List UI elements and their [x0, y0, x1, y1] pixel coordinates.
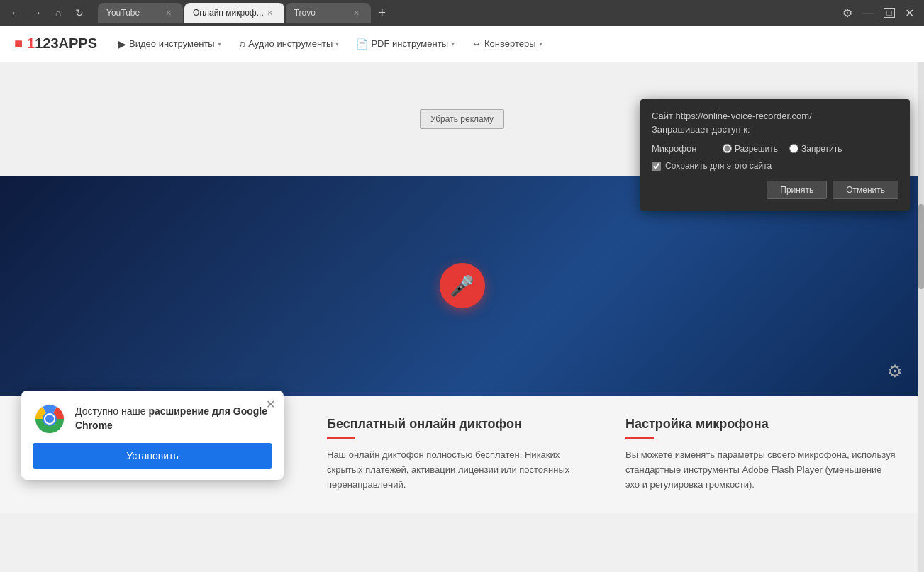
main-content: Убрать рекламу 🎤 ⚙ ...й изалаписываць го… — [0, 62, 924, 572]
save-checkbox[interactable] — [652, 162, 661, 171]
save-row: Сохранить для этого сайта — [652, 161, 898, 171]
deny-radio[interactable] — [789, 144, 798, 153]
scrollbar-thumb[interactable] — [918, 204, 924, 289]
deny-radio-label[interactable]: Запретить — [789, 144, 842, 154]
extension-popup: ✕ — [21, 391, 284, 480]
pdf-icon: 📄 — [356, 38, 368, 50]
menu-video[interactable]: ▶ Видео инструменты ▾ — [111, 34, 228, 54]
radio-group: Разрешить Запретить — [723, 144, 842, 154]
extension-close-button[interactable]: ✕ — [266, 398, 275, 411]
dictaphone-title: Бесплатный онлайн диктофон — [327, 417, 597, 432]
tab-youtube-label: YouTube — [106, 8, 140, 18]
tab-trovo-close[interactable]: ✕ — [350, 7, 362, 19]
cancel-button[interactable]: Отменить — [833, 181, 898, 199]
mic-settings-title: Настройка микрофона — [625, 417, 896, 432]
permission-popup: Сайт https://online-voice-recorder.com/ … — [640, 99, 910, 211]
tab-recorder-close[interactable]: ✕ — [264, 7, 276, 19]
install-button[interactable]: Установить — [33, 443, 272, 469]
chevron-down-icon2: ▾ — [335, 40, 339, 47]
menu-pdf[interactable]: 📄 PDF инструменты ▾ — [349, 34, 462, 54]
settings-gear-icon[interactable]: ⚙ — [887, 361, 903, 381]
chevron-down-icon: ▾ — [218, 40, 221, 47]
logo-text: 1123APPS — [27, 35, 97, 52]
minimize-button[interactable]: — — [858, 6, 878, 19]
extension-title: Доступно наше расширение для Google Chro… — [75, 405, 272, 432]
site-header: ■ 1123APPS ▶ Видео инструменты ▾ ♫ Аудио… — [0, 26, 924, 62]
video-icon: ▶ — [118, 38, 126, 50]
nav-menu: ▶ Видео инструменты ▾ ♫ Аудио инструмент… — [111, 34, 549, 54]
refresh-button[interactable]: ↻ — [69, 3, 89, 23]
title-underline2 — [625, 437, 654, 439]
settings-icon[interactable]: ⚙ — [842, 6, 852, 20]
extension-header: Доступно наше расширение для Google Chro… — [33, 402, 272, 436]
tab-trovo-label: Trovo — [294, 8, 316, 18]
nav-buttons: ← → ⌂ ↻ — [6, 3, 89, 23]
permission-label: Микрофон — [652, 143, 708, 154]
logo-icon: ■ — [14, 35, 23, 52]
microphone-icon: 🎤 — [450, 274, 474, 298]
bottom-col-right: Настройка микрофона Вы можете изменять п… — [625, 417, 896, 492]
permission-site-url: Сайт https://online-voice-recorder.com/ — [652, 111, 898, 121]
title-underline — [327, 437, 355, 439]
menu-audio[interactable]: ♫ Аудио инструменты ▾ — [231, 34, 347, 54]
popup-buttons: Принять Отменить — [652, 181, 898, 199]
scrollbar[interactable] — [918, 62, 924, 572]
tab-trovo[interactable]: Trovo ✕ — [286, 3, 371, 23]
permission-row: Микрофон Разрешить Запретить — [652, 143, 898, 154]
save-label: Сохранить для этого сайта — [665, 161, 772, 171]
maximize-button[interactable]: □ — [884, 8, 895, 18]
chevron-down-icon3: ▾ — [451, 40, 455, 47]
tab-youtube[interactable]: YouTube ✕ — [98, 3, 183, 23]
new-tab-button[interactable]: + — [372, 3, 392, 23]
accept-button[interactable]: Принять — [767, 181, 827, 199]
tab-online-recorder[interactable]: Онлайн микроф... ✕ — [184, 3, 284, 23]
remove-ad-button[interactable]: Убрать рекламу — [420, 109, 504, 129]
permission-request-text: Запрашивает доступ к: — [652, 124, 898, 135]
title-bar-right: ⚙ — □ ✕ — [842, 6, 918, 20]
audio-icon: ♫ — [238, 38, 246, 50]
chevron-down-icon4: ▾ — [539, 40, 542, 47]
svg-point-4 — [45, 415, 54, 423]
tab-youtube-close[interactable]: ✕ — [162, 7, 174, 19]
bottom-col-middle: Бесплатный онлайн диктофон Наш онлайн ди… — [327, 417, 597, 492]
close-button[interactable]: ✕ — [901, 6, 918, 20]
tabs-bar: YouTube ✕ Онлайн микроф... ✕ Trovo ✕ + — [92, 3, 840, 23]
site-logo: ■ 1123APPS — [14, 35, 97, 52]
dictaphone-text: Наш онлайн диктофон полностью бесплатен.… — [327, 448, 597, 492]
tab-recorder-label: Онлайн микроф... — [193, 8, 264, 18]
title-bar: ← → ⌂ ↻ YouTube ✕ Онлайн микроф... ✕ Tro… — [0, 0, 924, 26]
record-button[interactable]: 🎤 — [440, 263, 485, 308]
browser-frame: ← → ⌂ ↻ YouTube ✕ Онлайн микроф... ✕ Tro… — [0, 0, 924, 572]
menu-converters[interactable]: ↔ Конвертеры ▾ — [464, 34, 550, 54]
forward-button[interactable]: → — [27, 3, 47, 23]
allow-radio-label[interactable]: Разрешить — [723, 144, 778, 154]
back-button[interactable]: ← — [6, 3, 26, 23]
chrome-logo-icon — [33, 402, 67, 436]
mic-settings-text: Вы можете изменять параметры своего микр… — [625, 448, 896, 492]
home-button[interactable]: ⌂ — [48, 3, 68, 23]
allow-radio[interactable] — [723, 144, 732, 153]
converter-icon: ↔ — [472, 38, 482, 50]
